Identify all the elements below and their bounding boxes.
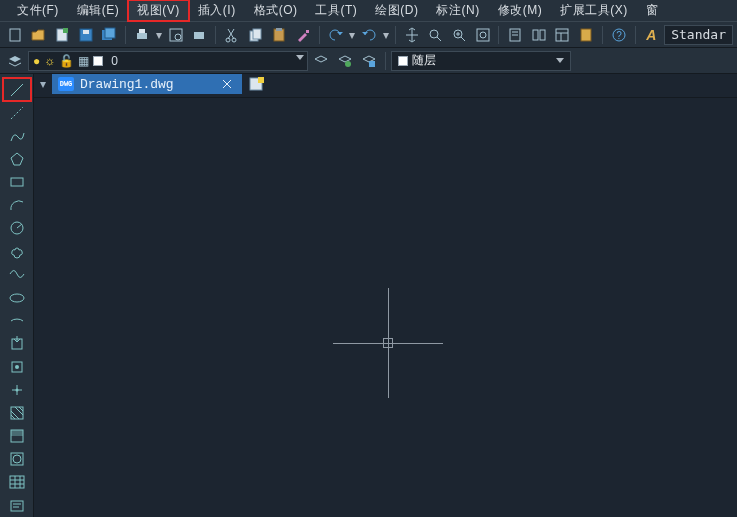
spline-tool[interactable] — [3, 263, 31, 286]
tab-list-dropdown[interactable]: ▾ — [34, 74, 52, 94]
arc-tool[interactable] — [3, 194, 31, 217]
svg-point-65 — [13, 455, 21, 463]
ellipse-tool[interactable] — [3, 286, 31, 309]
circle-tool[interactable] — [3, 217, 31, 240]
toolbar-separator — [498, 26, 499, 44]
plot-icon: ▦ — [78, 54, 89, 68]
svg-rect-8 — [139, 29, 145, 33]
menu-edit[interactable]: 编辑(E) — [68, 0, 129, 21]
menu-bar: 文件(F) 编辑(E) 视图(V) 插入(I) 格式(O) 工具(T) 绘图(D… — [0, 0, 737, 22]
svg-rect-17 — [276, 28, 282, 31]
design-center-button[interactable] — [528, 24, 550, 46]
save-button[interactable] — [75, 24, 97, 46]
rectangle-tool[interactable] — [3, 170, 31, 193]
file-tab-active[interactable]: DWG Drawing1.dwg — [52, 74, 242, 94]
properties-button[interactable] — [504, 24, 526, 46]
menu-ext[interactable]: 扩展工具(X) — [551, 0, 637, 21]
layer-properties-button[interactable] — [4, 50, 26, 72]
tool-palettes-button[interactable] — [552, 24, 574, 46]
print-dropdown[interactable]: ▾ — [155, 24, 163, 46]
toolbar-separator — [319, 26, 320, 44]
chevron-down-icon — [296, 55, 304, 60]
polyline-tool[interactable] — [3, 124, 31, 147]
drawing-canvas[interactable] — [34, 98, 737, 517]
mtext-tool[interactable] — [3, 494, 31, 517]
zoom-realtime-button[interactable] — [424, 24, 446, 46]
polygon-tool[interactable] — [3, 147, 31, 170]
svg-line-20 — [437, 37, 441, 41]
cut-button[interactable] — [221, 24, 243, 46]
revision-cloud-tool[interactable] — [3, 240, 31, 263]
menu-tools[interactable]: 工具(T) — [306, 0, 366, 21]
zoom-extents-button[interactable] — [472, 24, 494, 46]
menu-window[interactable]: 窗 — [637, 0, 668, 21]
match-props-button[interactable] — [292, 24, 314, 46]
pan-button[interactable] — [401, 24, 423, 46]
svg-point-26 — [480, 32, 486, 38]
print-button[interactable] — [131, 24, 153, 46]
insert-block-tool[interactable] — [3, 332, 31, 355]
saveall-button[interactable] — [99, 24, 121, 46]
document-tab-bar: ▾ DWG Drawing1.dwg — [0, 74, 737, 98]
layer-match-button[interactable] — [334, 50, 356, 72]
undo-button[interactable] — [325, 24, 347, 46]
lightbulb-icon: ● — [33, 54, 40, 68]
menu-insert[interactable]: 插入(I) — [189, 0, 245, 21]
svg-line-49 — [17, 224, 22, 228]
menu-draw[interactable]: 绘图(D) — [366, 0, 427, 21]
help-button[interactable]: ? — [608, 24, 630, 46]
svg-rect-39 — [369, 61, 375, 67]
paste-button[interactable] — [268, 24, 290, 46]
svg-rect-32 — [556, 29, 568, 41]
line-tool[interactable] — [3, 78, 31, 101]
ray-tool[interactable] — [3, 101, 31, 124]
svg-line-60 — [15, 407, 23, 415]
sun-icon: ☼ — [44, 54, 55, 68]
layer-color-swatch — [93, 56, 103, 66]
zoom-window-button[interactable] — [448, 24, 470, 46]
ellipse-arc-tool[interactable] — [3, 309, 31, 332]
layer-combo[interactable]: ● ☼ 🔓 ▦ 0 — [28, 51, 308, 71]
svg-rect-11 — [194, 32, 204, 39]
undo-dropdown[interactable]: ▾ — [348, 24, 356, 46]
open-button[interactable] — [28, 24, 50, 46]
redo-button[interactable] — [358, 24, 380, 46]
svg-rect-7 — [137, 33, 147, 39]
menu-annotate[interactable]: 标注(N) — [427, 0, 488, 21]
color-combo[interactable]: 随层 — [391, 51, 571, 71]
table-tool[interactable] — [3, 471, 31, 494]
toolbar-separator — [385, 52, 386, 70]
hatch-tool[interactable] — [3, 402, 31, 425]
new-sheet-button[interactable] — [51, 24, 73, 46]
text-style-combo[interactable]: Standar — [664, 25, 733, 45]
menu-file[interactable]: 文件(F) — [8, 0, 68, 21]
point-tool[interactable] — [3, 378, 31, 401]
svg-rect-66 — [10, 476, 24, 488]
make-block-tool[interactable] — [3, 355, 31, 378]
new-button[interactable] — [4, 24, 26, 46]
print-preview-button[interactable] — [165, 24, 187, 46]
redo-dropdown[interactable]: ▾ — [382, 24, 390, 46]
svg-rect-31 — [540, 30, 545, 40]
menu-view[interactable]: 视图(V) — [128, 0, 189, 21]
sheet-set-button[interactable] — [575, 24, 597, 46]
layer-prev-button[interactable] — [310, 50, 332, 72]
chevron-down-icon — [556, 58, 564, 63]
standard-toolbar: ▾ ▾ ▾ ? A Standar — [0, 22, 737, 48]
layer-states-button[interactable] — [358, 50, 380, 72]
gradient-tool[interactable] — [3, 425, 31, 448]
copy-button[interactable] — [245, 24, 267, 46]
new-tab-button[interactable] — [246, 74, 268, 94]
svg-rect-43 — [258, 77, 264, 83]
svg-rect-18 — [306, 30, 309, 33]
plot-button[interactable] — [188, 24, 210, 46]
toolbar-separator — [635, 26, 636, 44]
menu-format[interactable]: 格式(O) — [245, 0, 307, 21]
svg-line-44 — [11, 84, 23, 96]
region-tool[interactable] — [3, 448, 31, 471]
menu-modify[interactable]: 修改(M) — [489, 0, 552, 21]
text-style-icon[interactable]: A — [641, 24, 663, 46]
close-tab-button[interactable] — [220, 77, 234, 91]
svg-rect-4 — [83, 30, 89, 34]
toolbar-separator — [125, 26, 126, 44]
